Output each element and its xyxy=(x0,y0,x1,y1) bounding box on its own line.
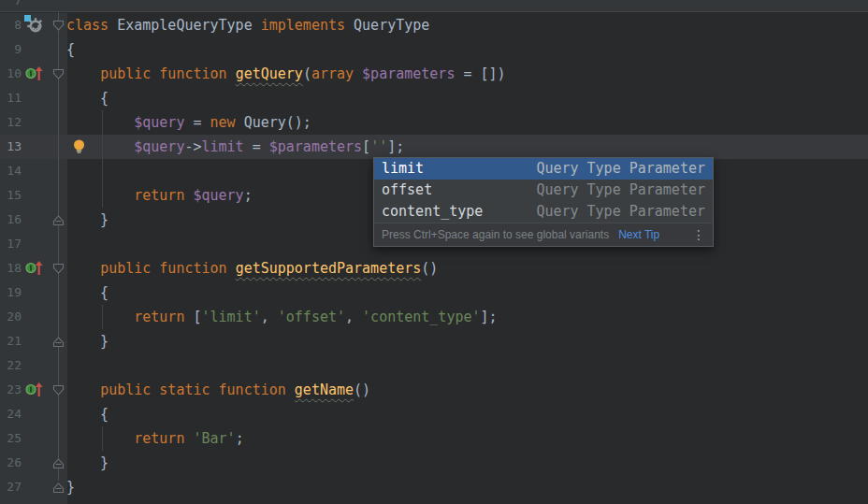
line-number[interactable]: 16 xyxy=(0,208,22,232)
line-number[interactable]: 12 xyxy=(0,110,22,135)
implements-method-icon[interactable] xyxy=(25,382,44,401)
completion-item-label: content_type xyxy=(382,201,536,223)
fold-collapse-icon[interactable] xyxy=(52,262,65,274)
completion-hint-text: Press Ctrl+Space again to see global var… xyxy=(382,228,609,241)
code-line[interactable]: $query->limit = $parameters['']; xyxy=(66,135,404,159)
top-partial-line-strip: 7 xyxy=(0,0,868,12)
line-number[interactable]: 14 xyxy=(0,159,22,183)
line-number[interactable]: 17 xyxy=(0,232,22,256)
line-number[interactable]: 9 xyxy=(0,37,22,62)
line-number[interactable]: 23 xyxy=(0,378,22,402)
code-line[interactable]: $query = new Query(); xyxy=(66,110,311,135)
code-editor: 7 89101112131415161718192021222324252627… xyxy=(0,0,868,504)
code-line[interactable]: { xyxy=(66,37,75,62)
fold-end-icon[interactable] xyxy=(52,481,65,493)
fold-collapse-icon[interactable] xyxy=(52,19,65,31)
line-number[interactable]: 11 xyxy=(0,86,22,110)
line-number[interactable]: 10 xyxy=(0,62,22,86)
line-number[interactable]: 19 xyxy=(0,281,22,305)
fold-end-icon[interactable] xyxy=(52,456,65,468)
code-line[interactable]: public function getQuery(array $paramete… xyxy=(66,62,506,86)
gear-icon[interactable] xyxy=(24,15,44,38)
completion-popup: limitQuery Type ParameteroffsetQuery Typ… xyxy=(373,157,714,247)
completion-item-label: limit xyxy=(382,158,536,180)
line-number[interactable]: 26 xyxy=(0,451,22,475)
line-number[interactable]: 15 xyxy=(0,183,22,208)
line-number[interactable]: 25 xyxy=(0,426,22,451)
fold-collapse-icon[interactable] xyxy=(52,67,65,79)
line-number[interactable]: 21 xyxy=(0,329,22,353)
code-line[interactable]: } xyxy=(66,475,75,499)
next-tip-link[interactable]: Next Tip xyxy=(618,228,659,241)
completion-item-type: Query Type Parameter xyxy=(536,180,705,201)
completion-popup-footer: Press Ctrl+Space again to see global var… xyxy=(374,223,713,246)
line-number[interactable]: 27 xyxy=(0,475,22,499)
more-options-icon[interactable]: ⋮ xyxy=(692,227,705,242)
code-line[interactable]: { xyxy=(66,402,108,426)
line-number[interactable]: 13 xyxy=(0,135,22,159)
code-line[interactable]: return ['limit', 'offset', 'content_type… xyxy=(66,305,498,329)
implements-method-icon[interactable] xyxy=(25,260,44,280)
implements-method-icon[interactable] xyxy=(25,65,44,85)
fold-end-icon[interactable] xyxy=(52,335,65,347)
code-line[interactable]: } xyxy=(66,329,108,353)
code-line[interactable]: return $query; xyxy=(66,183,253,208)
line-number[interactable]: 22 xyxy=(0,353,22,378)
completion-item-limit[interactable]: limitQuery Type Parameter xyxy=(374,158,713,180)
fold-end-icon[interactable] xyxy=(52,213,65,225)
code-line[interactable]: { xyxy=(66,281,108,305)
line-number[interactable]: 7 xyxy=(0,0,22,12)
completion-item-label: offset xyxy=(382,180,536,201)
completion-item-offset[interactable]: offsetQuery Type Parameter xyxy=(374,180,713,201)
line-number[interactable]: 8 xyxy=(0,13,22,37)
completion-item-type: Query Type Parameter xyxy=(536,158,705,180)
code-line[interactable]: public function getSupportedParameters() xyxy=(66,256,438,281)
fold-collapse-icon[interactable] xyxy=(52,383,65,396)
code-line[interactable]: { xyxy=(66,86,108,110)
code-line[interactable]: return 'Bar'; xyxy=(66,426,244,451)
line-number[interactable]: 24 xyxy=(0,402,22,426)
completion-item-content_type[interactable]: content_typeQuery Type Parameter xyxy=(374,201,713,223)
code-line[interactable]: class ExampleQueryType implements QueryT… xyxy=(66,13,429,37)
code-line[interactable]: } xyxy=(66,451,108,475)
line-number[interactable]: 18 xyxy=(0,256,22,281)
code-line[interactable]: public static function getName() xyxy=(66,378,370,402)
line-number[interactable]: 20 xyxy=(0,305,22,329)
code-line[interactable]: } xyxy=(66,208,108,232)
completion-item-type: Query Type Parameter xyxy=(536,201,705,223)
